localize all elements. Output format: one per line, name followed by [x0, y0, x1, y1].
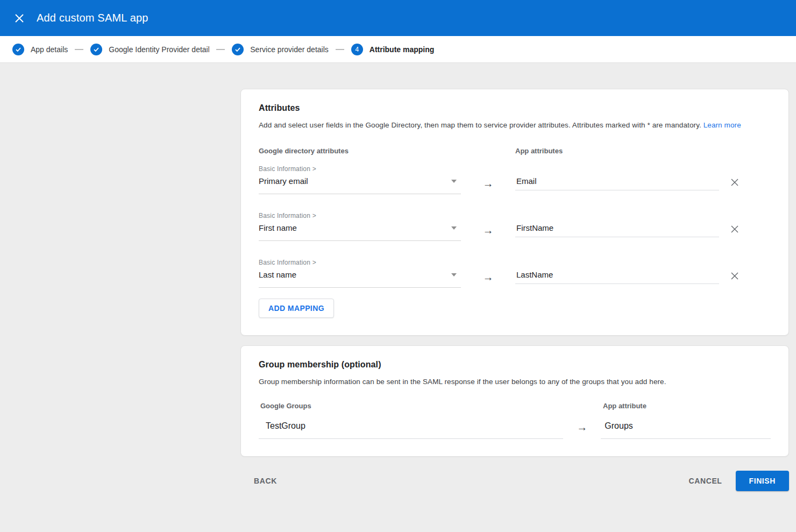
- remove-mapping-button[interactable]: [730, 271, 740, 281]
- check-icon: [93, 46, 99, 53]
- step-4-number: 4: [355, 46, 359, 53]
- group-column-headers: Google Groups App attribute: [259, 402, 771, 410]
- directory-attribute-category: Basic Information >: [259, 165, 461, 173]
- maps-to-arrow: →: [563, 421, 601, 432]
- wizard-footer: BACK CANCEL FINISH: [240, 471, 789, 491]
- dialog-header: Add custom SAML app: [0, 0, 796, 36]
- group-mapping-row: →: [259, 421, 771, 439]
- directory-attribute-value: Primary email: [259, 176, 308, 186]
- app-attribute-header: App attribute: [603, 402, 771, 410]
- chevron-down-icon: [451, 226, 457, 230]
- directory-attribute-select[interactable]: Basic Information > Last name: [259, 259, 461, 288]
- step-1-label: App details: [31, 45, 68, 54]
- step-3-label: Service provider details: [250, 45, 329, 54]
- maps-to-arrow: →: [461, 165, 515, 189]
- chevron-down-icon: [451, 273, 457, 276]
- check-icon: [234, 46, 241, 53]
- attributes-card-title: Attributes: [259, 103, 771, 113]
- directory-attribute-value: First name: [259, 223, 297, 232]
- group-membership-card: Group membership (optional) Group member…: [240, 345, 789, 457]
- google-groups-header: Google Groups: [259, 402, 603, 410]
- attributes-card: Attributes Add and select user fields in…: [240, 89, 789, 336]
- attributes-description-text: Add and select user fields in the Google…: [259, 121, 701, 129]
- maps-to-arrow: →: [461, 259, 515, 282]
- stepper: App details Google Identity Provider det…: [0, 36, 796, 63]
- finish-button[interactable]: FINISH: [736, 471, 790, 491]
- step-connector: [75, 49, 83, 50]
- directory-attribute-select[interactable]: Basic Information > First name: [259, 212, 461, 241]
- step-3-circle: [232, 44, 244, 55]
- step-connector: [216, 49, 225, 50]
- attribute-mapping-page: Attributes Add and select user fields in…: [0, 63, 796, 491]
- attributes-card-description: Add and select user fields in the Google…: [259, 121, 771, 129]
- step-service-provider-details[interactable]: Service provider details: [232, 44, 329, 55]
- google-directory-attributes-header: Google directory attributes: [259, 147, 515, 155]
- google-groups-input[interactable]: [259, 421, 563, 439]
- cancel-button[interactable]: CANCEL: [685, 471, 727, 491]
- mapping-row: Basic Information > Last name →: [259, 259, 771, 288]
- add-mapping-button[interactable]: ADD MAPPING: [259, 299, 334, 318]
- directory-attribute-category: Basic Information >: [259, 212, 461, 219]
- app-attribute-input[interactable]: [515, 270, 719, 284]
- learn-more-link[interactable]: Learn more: [703, 121, 741, 129]
- group-membership-title: Group membership (optional): [259, 360, 771, 370]
- close-icon-glyph: [15, 13, 24, 23]
- maps-to-arrow-icon: →: [483, 178, 494, 189]
- chevron-down-icon: [451, 180, 457, 183]
- directory-attribute-select[interactable]: Basic Information > Primary email: [259, 165, 461, 194]
- step-4-circle: 4: [351, 44, 363, 55]
- step-4-label: Attribute mapping: [369, 45, 435, 54]
- remove-mapping-icon: [730, 178, 739, 187]
- step-google-idp-details[interactable]: Google Identity Provider details: [90, 44, 209, 55]
- dialog-title: Add custom SAML app: [37, 12, 148, 24]
- remove-mapping-icon: [730, 225, 739, 233]
- maps-to-arrow-icon: →: [577, 422, 587, 432]
- directory-attribute-value: Last name: [259, 270, 296, 279]
- back-button[interactable]: BACK: [250, 471, 281, 491]
- app-attribute-input[interactable]: [515, 176, 719, 190]
- group-membership-description: Group membership information can be sent…: [259, 378, 771, 386]
- mapping-row: Basic Information > Primary email →: [259, 165, 771, 194]
- remove-mapping-button[interactable]: [730, 224, 740, 234]
- mapping-column-headers: Google directory attributes App attribut…: [259, 147, 771, 155]
- step-1-circle: [12, 44, 24, 55]
- maps-to-arrow: →: [461, 212, 515, 236]
- mapping-row: Basic Information > First name →: [259, 212, 771, 241]
- remove-mapping-icon: [730, 272, 739, 280]
- directory-attribute-category: Basic Information >: [259, 259, 461, 266]
- close-icon[interactable]: [10, 9, 29, 28]
- group-app-attribute-input[interactable]: [601, 421, 771, 439]
- check-icon: [15, 46, 22, 53]
- app-attributes-header: App attributes: [515, 147, 771, 155]
- step-2-circle: [90, 44, 102, 55]
- maps-to-arrow-icon: →: [483, 225, 494, 236]
- maps-to-arrow-icon: →: [483, 272, 494, 282]
- step-connector: [336, 49, 344, 50]
- app-attribute-input[interactable]: [515, 223, 719, 237]
- remove-mapping-button[interactable]: [730, 178, 740, 187]
- step-app-details[interactable]: App details: [12, 44, 68, 55]
- step-2-label: Google Identity Provider details: [109, 45, 209, 54]
- step-attribute-mapping[interactable]: 4 Attribute mapping: [351, 44, 435, 55]
